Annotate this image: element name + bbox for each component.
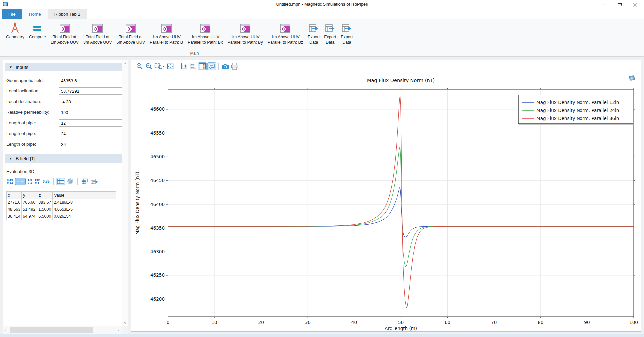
table-row[interactable]: 2771.6765.60383.672.4186E-8 [7,199,116,206]
plot-window-icon [280,21,290,35]
ribbon-button-label: ExportData [341,35,353,45]
zoom-in-icon[interactable] [135,62,144,70]
total-field-1m-button[interactable]: Total Field at1m Above UUV [49,20,81,46]
total-field-3m-button[interactable]: Total Field at3m Above UUV [81,20,114,46]
table-column-header[interactable] [76,192,116,199]
close-button[interactable] [627,0,643,9]
evaluation-table[interactable]: xyzValue2771.6765.60383.672.4186E-848.56… [6,191,116,220]
parallel-path-bz-button[interactable]: 1m Above UUVParallel to Path: Bz [266,20,305,46]
input-field[interactable] [59,77,124,84]
svg-text:10: 10 [212,320,217,325]
parallel-path-bx-button[interactable]: 1m Above UUVParallel to Path: Bx [186,20,225,46]
legend-entry: Mag Flux Density Norm: Parallel 36in [536,116,619,121]
snapshot-icon[interactable] [221,62,230,70]
table-cell: 64.974 [22,213,37,220]
input-label: Length of pipe: [6,120,36,125]
toolbar-separator [218,63,219,70]
export-table-icon[interactable] [90,178,99,185]
table-cell: 2.4186E-8 [53,199,76,206]
plot-tooltip-toggle-icon[interactable] [207,62,216,70]
svg-text:30: 30 [305,320,311,325]
table-column-header[interactable]: x [7,192,22,199]
zoom-box-caret-icon[interactable]: ▾ [163,65,165,68]
plot-window-icon [126,21,136,35]
total-field-5m-button[interactable]: Total Field at5m Above UUV [115,20,147,46]
input-label: Length of pipe: [6,131,36,136]
plot-area[interactable]: 0102030405060708090100462004625046300463… [131,72,641,331]
input-field[interactable] [59,141,124,148]
settings-panel: ▼ Inputs Geomagnetic field:Local inclina… [3,60,128,334]
restore-button[interactable] [612,0,627,9]
collapse-caret-icon: ▼ [9,157,12,160]
table-row[interactable]: 48.56351.4921.50004.6653E-5 [7,206,116,213]
export-data-1-button[interactable]: ExportData [306,20,322,46]
collapse-caret-icon: ▼ [9,65,12,69]
parallel-path-b-button[interactable]: 1m Above UUVParallel to Path: B [148,20,185,46]
legend-entry: Mag Flux Density Norm: Parallel 24in [536,108,619,113]
input-label: Length of pipe: [6,142,36,147]
vertical-scrollbar[interactable]: ˄ ˅ [122,60,128,326]
input-field[interactable] [59,130,124,137]
input-field[interactable] [59,119,124,127]
tab-home[interactable]: Home [22,9,48,19]
svg-text:100: 100 [629,320,638,325]
auto-format-button[interactable]: AUTO [15,178,26,185]
tab-file[interactable]: File [2,9,22,19]
table-cell [76,199,116,206]
inputs-section-header[interactable]: ▼ Inputs [5,63,123,71]
input-field[interactable] [59,98,124,105]
zoom-extents-icon[interactable] [166,62,175,70]
scroll-up-icon[interactable]: ˄ [122,60,128,66]
decimal-format-button[interactable]: 0.85 [41,179,51,183]
plot-window-icon [60,21,70,35]
table-column-header[interactable]: z [37,192,53,199]
input-label: Geomagnetic field: [6,78,44,83]
y-axis-label: Mag Flux Density Norm (nT) [135,172,140,235]
input-field[interactable] [59,109,124,116]
x-axis-grid-icon[interactable] [180,62,188,70]
input-row: Local declination: [3,98,128,105]
scroll-right-icon[interactable]: › [115,327,121,333]
horizontal-scrollbar[interactable]: ‹ › [3,326,128,334]
scientific-format-button[interactable]: 850e-3 [33,178,41,185]
copy-table-icon[interactable] [80,178,89,185]
toolbar-separator [177,63,177,70]
geometry-button[interactable]: Geometry [4,20,26,41]
plot-window-icon [92,21,103,35]
export-data-icon [309,21,319,35]
scrollbar-thumb[interactable] [10,327,93,333]
bfield-section-header[interactable]: ▼ B field [T] [5,154,123,163]
input-label: Local declination: [6,99,41,104]
si-units-button[interactable]: 8.85e-12 [6,178,14,185]
ribbon-button-label: ExportData [308,35,320,45]
y-axis-grid-icon[interactable] [189,62,197,70]
table-cell: 1.5000 [37,206,53,213]
scroll-down-icon[interactable]: ˅ [122,320,128,326]
ribbon-button-label: ExportData [324,35,336,45]
minimize-button[interactable] [597,0,612,9]
input-field[interactable] [59,87,124,95]
export-data-icon [342,21,352,35]
table-column-header[interactable]: y [22,192,37,199]
export-data-2-button[interactable]: ExportData [322,20,338,46]
sphere-evaluation-icon[interactable] [66,178,75,185]
table-view-icon[interactable] [56,178,65,185]
export-data-3-button[interactable]: ExportData [339,20,355,46]
ribbon-button-label: Geometry [6,35,24,40]
svg-text:80: 80 [538,320,543,325]
compute-button[interactable]: Compute [27,20,48,41]
engineering-format-button[interactable]: 8.5e-1 [26,178,33,185]
tab-ribbon-tab-1[interactable]: Ribbon Tab 1 [48,9,87,19]
legend-toggle-icon[interactable] [198,62,207,70]
input-label: Local inclination: [6,88,40,93]
table-cell: 4.6653E-5 [53,206,76,213]
parallel-path-by-button[interactable]: 1m Above UUVParallel to Path: By [225,20,265,46]
zoom-out-icon[interactable] [145,62,153,70]
table-row[interactable]: 36.41464.9746.50000.026154 [7,213,116,220]
ribbon-button-label: Total Field at3m Above UUV [83,35,112,45]
svg-text:46550: 46550 [150,130,165,136]
print-icon[interactable] [230,62,239,70]
zoom-box-icon[interactable] [154,62,163,70]
table-column-header[interactable]: Value [53,192,76,199]
scroll-left-icon[interactable]: ‹ [3,327,9,333]
